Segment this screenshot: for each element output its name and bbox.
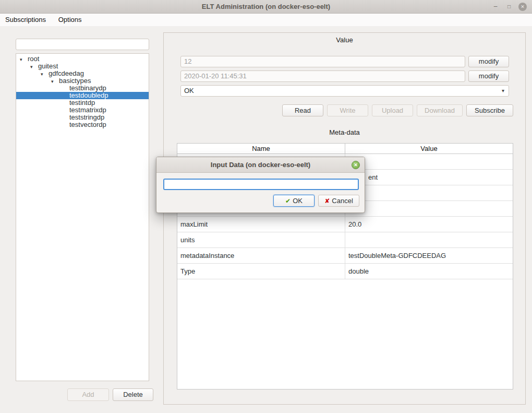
table-row[interactable]: Type double: [177, 264, 513, 279]
value-input[interactable]: 12: [180, 56, 465, 67]
chevron-down-icon: ▾: [502, 86, 504, 96]
value-section-title: Value: [164, 36, 525, 44]
write-button[interactable]: Write: [327, 104, 368, 116]
tree-item-basictypes[interactable]: ▾basictypes: [16, 77, 149, 85]
cell-name: maxLimit: [177, 217, 345, 232]
menu-item-options[interactable]: Options: [57, 14, 87, 26]
tree-item-testdoubledp[interactable]: testdoubledp: [16, 92, 149, 99]
menu-item-subscriptions[interactable]: Subscriptions: [4, 14, 51, 26]
tree-item-label: testintdp: [69, 99, 95, 107]
cell-value: [345, 201, 513, 216]
expander-icon[interactable]: ▾: [51, 78, 59, 85]
cell-value: [345, 154, 513, 169]
expander-icon[interactable]: ▾: [30, 63, 38, 70]
tree-item-label: root: [28, 55, 39, 63]
modify-timestamp-button[interactable]: modify: [468, 70, 509, 82]
cell-name: Type: [177, 264, 345, 279]
column-header-name: Name: [177, 144, 345, 154]
cell-value: double: [345, 264, 513, 279]
table-row[interactable]: units: [177, 232, 513, 248]
maximize-button[interactable]: □: [505, 3, 513, 11]
tree-item-testvectordp[interactable]: testvectordp: [16, 121, 149, 128]
right-panel: Value 12 modify 2020-01-20 11:45:31 modi…: [163, 32, 526, 405]
modify-value-button[interactable]: modify: [468, 56, 509, 67]
column-header-value: Value: [345, 144, 513, 154]
minimize-button[interactable]: –: [491, 3, 500, 11]
dialog-title-bar: Input Data (on docker-eso-eelt): [156, 157, 365, 173]
cell-name: units: [177, 232, 345, 247]
datapoint-tree: ▾root ▾guitest ▾gdfcdeedag ▾basictypes t…: [16, 53, 149, 381]
input-data-dialog: Input Data (on docker-eso-eelt) ✕ ✔OK ✘C…: [156, 157, 365, 213]
quality-dropdown[interactable]: OK ▾: [180, 85, 509, 97]
tree-item-label: gdfcdeedag: [49, 69, 84, 77]
delete-button[interactable]: Delete: [113, 388, 153, 401]
cancel-button-label: Cancel: [332, 197, 353, 205]
tree-item-label: testmatrixdp: [69, 106, 106, 114]
subscribe-button[interactable]: Subscribe: [466, 104, 513, 116]
cell-value: 20.0: [345, 217, 513, 232]
cancel-button[interactable]: ✘Cancel: [318, 195, 359, 207]
ok-button-label: OK: [293, 197, 303, 205]
tree-item-label: guitest: [38, 62, 58, 70]
expander-icon[interactable]: ▾: [41, 70, 49, 78]
table-row[interactable]: maxLimit 20.0: [177, 217, 513, 232]
timestamp-input[interactable]: 2020-01-20 11:45:31: [180, 70, 465, 82]
close-button[interactable]: ✕: [518, 3, 527, 11]
tree-item-gdfcdeedag[interactable]: ▾gdfcdeedag: [16, 70, 149, 77]
window-title: ELT Administration (on docker-eso-eelt): [0, 0, 532, 14]
quality-dropdown-value: OK: [184, 87, 194, 95]
metadata-table-header: Name Value: [177, 144, 513, 154]
metadata-section-title: Meta-data: [164, 128, 525, 136]
check-icon: ✔: [285, 197, 291, 205]
tree-item-root[interactable]: ▾root: [16, 55, 149, 63]
cell-value: [345, 232, 513, 247]
title-bar: ELT Administration (on docker-eso-eelt) …: [0, 0, 532, 14]
add-button[interactable]: Add: [67, 388, 109, 401]
expander-icon[interactable]: ▾: [20, 56, 28, 63]
dialog-close-button[interactable]: ✕: [352, 161, 360, 169]
tree-filter-input[interactable]: [16, 39, 149, 50]
cell-value: ent: [345, 170, 513, 185]
tree-item-testmatrixdp[interactable]: testmatrixdp: [16, 107, 149, 114]
table-row[interactable]: metadataInstance testDoubleMeta-GDFCDEED…: [177, 248, 513, 264]
tree-item-teststringdp[interactable]: teststringdp: [16, 114, 149, 121]
menu-bar: Subscriptions Options: [0, 14, 532, 26]
tree-item-label: teststringdp: [69, 113, 104, 121]
cross-icon: ✘: [324, 197, 330, 205]
app-window: ELT Administration (on docker-eso-eelt) …: [0, 0, 532, 413]
dialog-title: Input Data (on docker-eso-eelt): [156, 157, 365, 173]
read-button[interactable]: Read: [282, 104, 323, 116]
upload-button[interactable]: Upload: [372, 104, 413, 116]
tree-item-label: testvectordp: [69, 121, 106, 128]
tree-item-label: testbinarydp: [69, 84, 106, 92]
value-action-row: Read Write Upload Download Subscribe: [282, 104, 513, 116]
cell-value: testDoubleMeta-GDFCDEEDAG: [345, 248, 513, 263]
tree-item-label: testdoubledp: [69, 91, 108, 99]
tree-item-testbinarydp[interactable]: testbinarydp: [16, 85, 149, 92]
tree-item-label: basictypes: [59, 77, 91, 85]
download-button[interactable]: Download: [417, 104, 463, 116]
dialog-text-input[interactable]: [163, 179, 359, 190]
ok-button[interactable]: ✔OK: [273, 195, 315, 207]
tree-item-guitest[interactable]: ▾guitest: [16, 63, 149, 70]
cell-value: [345, 185, 513, 200]
tree-item-testintdp[interactable]: testintdp: [16, 99, 149, 107]
cell-name: metadataInstance: [177, 248, 345, 263]
